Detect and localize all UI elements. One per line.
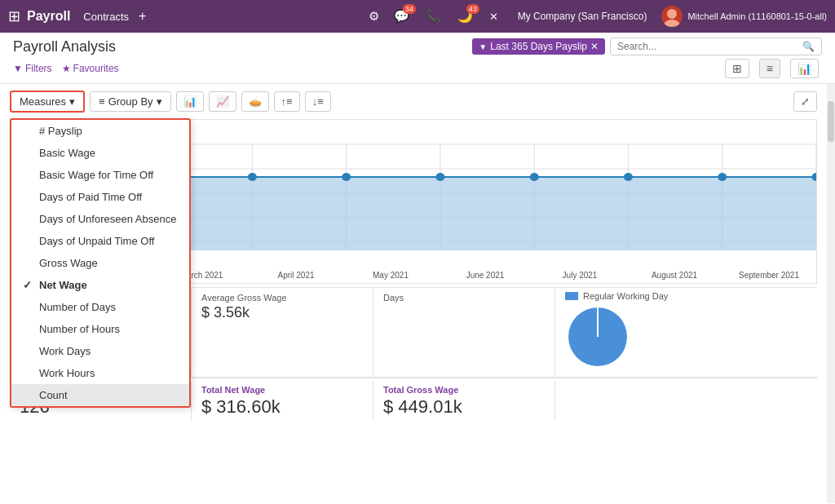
svg-point-1: [664, 20, 680, 27]
groupby-dropdown-icon: ▾: [157, 95, 162, 108]
pie-area: Regular Working Day: [555, 288, 817, 375]
measures-dropdown-menu: # Payslip Basic Wage Basic Wage for Time…: [10, 118, 191, 408]
svg-point-19: [342, 173, 351, 181]
filter-tag[interactable]: ▼ Last 365 Days Payslip ✕: [472, 38, 605, 55]
svg-point-23: [718, 173, 727, 181]
filter-tag-label: Last 365 Days Payslip: [490, 41, 587, 52]
lines-icon: ≡: [99, 95, 105, 108]
pie-chart-btn[interactable]: 🥧: [241, 91, 269, 112]
total-net-wage-label: Total Net Wage: [201, 385, 363, 395]
moon-icon[interactable]: 🌙43: [457, 9, 473, 24]
dropdown-item-num-days[interactable]: Number of Days: [11, 296, 189, 318]
chart-toolbar: Measures ▾ ≡ Group By ▾ 📊 📈 🥧 ↑≡ ↓≡ ⤢ # …: [10, 91, 817, 113]
bar-chart-btn[interactable]: 📊: [176, 91, 204, 112]
company-name[interactable]: My Company (San Francisco): [518, 11, 647, 22]
bottom-empty: [555, 382, 817, 421]
pie-legend-label: Regular Working Day: [583, 291, 668, 301]
dropdown-item-basic-wage-timeoff[interactable]: Basic Wage for Time Off: [11, 164, 189, 186]
avg-gross-wage-label: Average Gross Wage: [201, 293, 363, 303]
chart-view-btn[interactable]: 📊: [790, 59, 819, 78]
filter-icon: ▼: [479, 42, 487, 51]
search-input[interactable]: [617, 41, 802, 52]
favourites-btn[interactable]: ★ Favourites: [62, 63, 119, 74]
svg-point-22: [624, 173, 633, 181]
dropdown-item-count[interactable]: Count: [11, 384, 189, 406]
total-gross-wage-value: $ 449.01k: [383, 396, 545, 418]
bottom-total-net-wage: Total Net Wage $ 316.60k: [192, 382, 373, 421]
dropdown-item-payslip[interactable]: # Payslip: [11, 120, 189, 142]
avatar: [661, 6, 683, 27]
dropdown-item-net-wage[interactable]: ✓ Net Wage: [11, 274, 189, 296]
subheader: Payroll Analysis ▼ Last 365 Days Payslip…: [0, 33, 835, 84]
search-icon[interactable]: 🔍: [802, 41, 815, 52]
dropdown-item-work-hours[interactable]: Work Hours: [11, 362, 189, 384]
summary-days: Days: [373, 288, 555, 375]
scrollbar-thumb[interactable]: [828, 101, 834, 142]
days-label: Days: [383, 293, 545, 303]
dropdown-item-unpaid[interactable]: Days of Unpaid Time Off: [11, 230, 189, 252]
pie-legend-box: [565, 292, 578, 300]
measures-label: Measures: [20, 95, 66, 108]
line-chart-btn[interactable]: 📈: [209, 91, 236, 112]
chat-icon[interactable]: 💬34: [394, 9, 409, 24]
dropdown-item-work-days[interactable]: Work Days: [11, 340, 189, 362]
summary-avg-gross-wage: Average Gross Wage $ 3.56k: [192, 288, 373, 375]
user-menu[interactable]: Mitchell Admin (11160801-15-0-all): [661, 6, 827, 27]
total-gross-wage-label: Total Gross Wage: [383, 385, 545, 395]
filter-funnel-icon: ▼: [13, 63, 23, 74]
star-icon: ★: [62, 63, 71, 74]
search-box[interactable]: 🔍: [610, 38, 822, 55]
contracts-link[interactable]: Contracts: [83, 11, 129, 23]
svg-point-21: [530, 173, 539, 181]
list-view-btn[interactable]: ≡: [759, 59, 780, 78]
xaxis-label-apr: April 2021: [249, 271, 343, 280]
filters-btn[interactable]: ▼ Filters: [13, 63, 52, 74]
xaxis-label-may: May 2021: [343, 271, 438, 280]
groupby-button[interactable]: ≡ Group By ▾: [90, 91, 171, 112]
add-icon[interactable]: +: [139, 9, 146, 24]
pie-chart: [565, 304, 630, 369]
dropdown-item-unforeseen[interactable]: Days of Unforeseen Absence: [11, 208, 189, 230]
settings-icon[interactable]: ⚙: [369, 9, 379, 24]
app-title: Payroll: [27, 9, 70, 24]
total-net-wage-value: $ 316.60k: [201, 396, 363, 418]
close-topnav-icon[interactable]: ✕: [489, 11, 498, 23]
user-name: Mitchell Admin (11160801-15-0-all): [687, 11, 827, 21]
kanban-view-btn[interactable]: ⊞: [725, 59, 749, 78]
bottom-total-gross-wage: Total Gross Wage $ 449.01k: [373, 382, 555, 421]
svg-point-0: [667, 9, 677, 19]
dropdown-item-gross-wage[interactable]: Gross Wage: [11, 252, 189, 274]
expand-button[interactable]: ⤢: [793, 91, 817, 112]
dropdown-item-paid-timeoff[interactable]: Days of Paid Time Off: [11, 186, 189, 208]
sort-asc-btn[interactable]: ↑≡: [274, 91, 300, 112]
page-title: Payroll Analysis: [13, 38, 464, 55]
xaxis-label-jun: June 2021: [438, 271, 532, 280]
xaxis-label-jul: July 2021: [532, 271, 627, 280]
svg-point-18: [248, 173, 257, 181]
svg-point-20: [435, 173, 444, 181]
scrollbar[interactable]: [827, 84, 835, 503]
xaxis-label-aug: August 2021: [627, 271, 722, 280]
sort-desc-btn[interactable]: ↓≡: [305, 91, 331, 112]
xaxis-label-sep: September 2021: [722, 271, 816, 280]
checkmark-net-wage: ✓: [23, 279, 34, 291]
measures-dropdown-icon: ▾: [69, 95, 75, 108]
filter-tag-close[interactable]: ✕: [590, 41, 599, 52]
avg-gross-wage-value: $ 3.56k: [201, 304, 363, 321]
dropdown-item-num-hours[interactable]: Number of Hours: [11, 318, 189, 340]
groupby-label: Group By: [108, 95, 153, 108]
pie-legend: Regular Working Day: [565, 291, 807, 301]
grid-icon[interactable]: ⊞: [8, 7, 20, 25]
phone-icon[interactable]: 📞: [426, 9, 441, 24]
top-navigation: ⊞ Payroll Contracts + ⚙ 💬34 📞 🌙43 ✕ My C…: [0, 0, 835, 33]
dropdown-item-basic-wage[interactable]: Basic Wage: [11, 142, 189, 164]
measures-button[interactable]: Measures ▾: [10, 91, 85, 113]
